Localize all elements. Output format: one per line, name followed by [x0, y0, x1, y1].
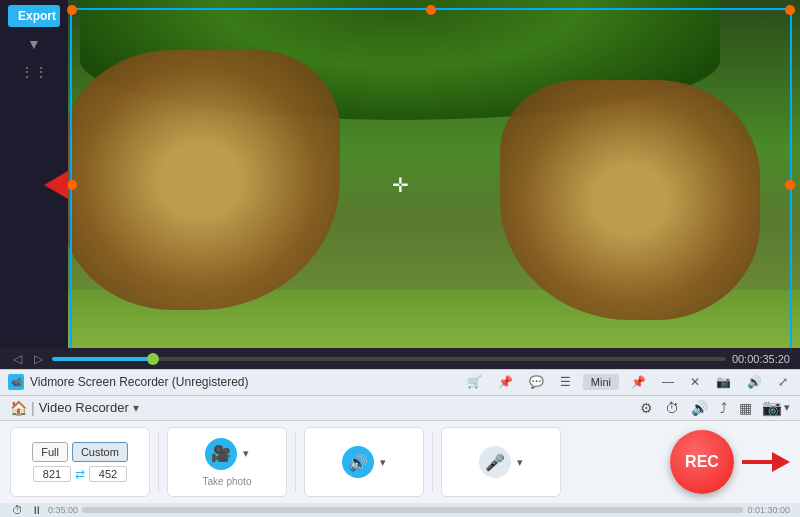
settings-icon-btn[interactable]: ⚙: [638, 398, 655, 418]
divider-1: [158, 432, 159, 492]
close-btn[interactable]: ✕: [686, 373, 704, 391]
menu-icon-btn[interactable]: ☰: [556, 373, 575, 391]
timeline-next-btn[interactable]: ▷: [31, 351, 46, 367]
mic-ctrl-row: 🎤 ▾: [479, 446, 523, 478]
cam-dropdown-arrow[interactable]: ▾: [243, 447, 249, 460]
pin2-icon-btn[interactable]: 📌: [627, 373, 650, 391]
mic-dropdown-arrow[interactable]: ▾: [517, 456, 523, 469]
divider-3: [432, 432, 433, 492]
timeline-prev-btn[interactable]: ◁: [10, 351, 25, 367]
recorder-timeline: ⏱ ⏸ 0:35:00 0:01:30:00: [0, 503, 800, 517]
time-display: 00:00:35:20: [732, 353, 790, 365]
sound-icon-btn[interactable]: 🔊: [689, 398, 710, 418]
minimize-btn[interactable]: —: [658, 373, 678, 391]
full-btn[interactable]: Full: [32, 442, 68, 462]
grid2-icon-btn[interactable]: ▦: [737, 398, 754, 418]
clock-icon-btn[interactable]: ⏱: [663, 398, 681, 418]
sound-ctrl-row: 🔊 ▾: [342, 446, 386, 478]
screen-dims: ⇄: [33, 466, 127, 482]
sound-dropdown-arrow[interactable]: ▾: [380, 456, 386, 469]
chat-icon-btn[interactable]: 💬: [525, 373, 548, 391]
nav-dropdown-arrow[interactable]: ▾: [133, 401, 139, 415]
recorder-controls: Full Custom ⇄ 🎥 ▾ Take photo 🔊 ▾: [0, 421, 800, 503]
mini-button[interactable]: Mini: [583, 374, 619, 390]
pin-icon-btn[interactable]: 📌: [494, 373, 517, 391]
rec-timeline-bar[interactable]: [82, 507, 743, 513]
recorder-navbar: 🏠 | Video Recorder ▾ ⚙ ⏱ 🔊 ⤴ ▦ 📷 ▾: [0, 396, 800, 422]
rec-clock-btn[interactable]: ⏱: [10, 502, 25, 517]
cam-toggle-btn[interactable]: 🎥: [205, 438, 237, 470]
camera-snap-dropdown[interactable]: ▾: [784, 401, 790, 414]
export-button[interactable]: Export: [8, 5, 60, 27]
divider-2: [295, 432, 296, 492]
cheetah-left: [60, 50, 340, 310]
take-photo-label: Take photo: [203, 476, 252, 487]
recorder-app-icon: 📹: [8, 374, 24, 390]
timeline-thumb: [147, 353, 159, 365]
crosshair-cursor: ✛: [388, 173, 412, 197]
camera-snap-btn[interactable]: 📷: [762, 398, 782, 417]
screen-btns: Full Custom: [32, 442, 128, 462]
nav-divider: |: [31, 400, 35, 416]
rec-pause-btn[interactable]: ⏸: [29, 502, 44, 517]
sound-toggle-btn[interactable]: 🔊: [342, 446, 374, 478]
swap-icon[interactable]: ⇄: [75, 467, 85, 481]
rec-area: REC: [670, 430, 790, 494]
camera-section: 📷 ▾: [762, 398, 790, 417]
camera-ctrl-row: 🎥 ▾: [205, 438, 249, 470]
recorder-panel: 📹 Vidmore Screen Recorder (Unregistered)…: [0, 369, 800, 517]
nav-video-recorder-label: Video Recorder: [39, 400, 129, 415]
camera-ctrl-section: 🎥 ▾ Take photo: [167, 427, 287, 497]
timeline-fill: [52, 357, 153, 361]
timeline-progress[interactable]: [52, 357, 726, 361]
time-right-marker: 0:01:30:00: [747, 505, 790, 515]
cart-icon-btn[interactable]: 🛒: [463, 373, 486, 391]
height-input[interactable]: [89, 466, 127, 482]
export-icon-btn[interactable]: ⤴: [718, 398, 729, 418]
rec-button[interactable]: REC: [670, 430, 734, 494]
custom-btn[interactable]: Custom: [72, 442, 128, 462]
width-input[interactable]: [33, 466, 71, 482]
sound-ctrl-section: 🔊 ▾: [304, 427, 424, 497]
nav-right-controls: ⚙ ⏱ 🔊 ⤴ ▦ 📷 ▾: [638, 398, 790, 418]
mic-ctrl-section: 🎤 ▾: [441, 427, 561, 497]
screenshot-btn[interactable]: 📷: [712, 373, 735, 391]
home-icon[interactable]: 🏠: [10, 400, 27, 416]
recorder-title: Vidmore Screen Recorder (Unregistered): [30, 375, 457, 389]
recorder-titlebar: 📹 Vidmore Screen Recorder (Unregistered)…: [0, 370, 800, 396]
grid-icon[interactable]: ⋮⋮: [17, 61, 51, 83]
timeline-bar: ◁ ▷ 00:00:35:20: [0, 348, 800, 370]
time-left-marker: 0:35:00: [48, 505, 78, 515]
recorder-title-controls: 🛒 📌 💬 ☰ Mini 📌 — ✕ 📷 🔊 ⤢: [463, 373, 792, 391]
video-preview: Export ▼ ⋮⋮ ✛ ◁ ▷ 00:00:35:20: [0, 0, 800, 370]
volume-btn[interactable]: 🔊: [743, 373, 766, 391]
filter-icon[interactable]: ▼: [24, 33, 44, 55]
screen-section: Full Custom ⇄: [10, 427, 150, 497]
arrow-left: [18, 171, 68, 199]
rec-arrow: [742, 452, 790, 472]
cheetah-right: [500, 80, 760, 320]
expand-btn[interactable]: ⤢: [774, 373, 792, 391]
mic-toggle-btn[interactable]: 🎤: [479, 446, 511, 478]
